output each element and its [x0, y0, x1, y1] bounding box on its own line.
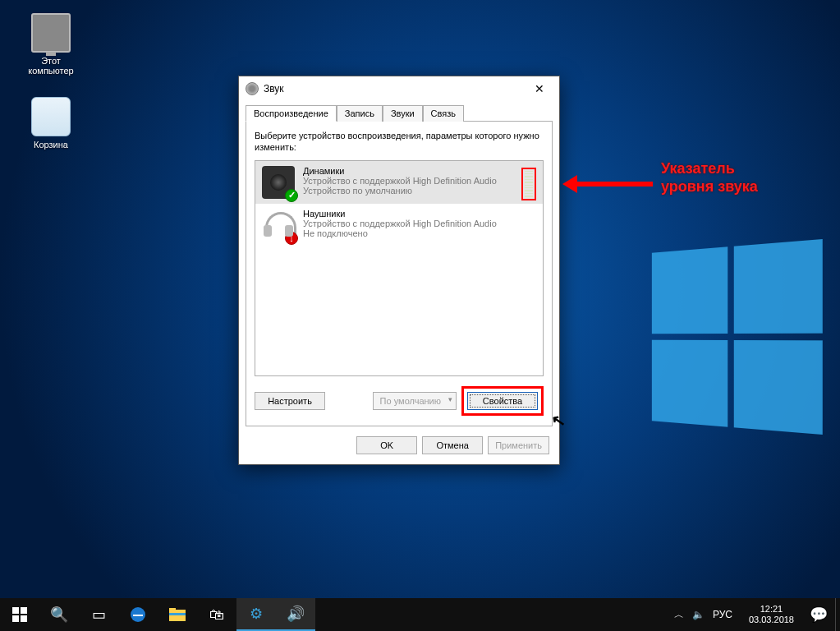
- device-action-row: Настроить По умолчанию Свойства: [255, 386, 544, 416]
- device-list[interactable]: ✓ Динамики Устройство с поддержкой High …: [255, 160, 544, 376]
- notification-icon: 💬: [810, 606, 828, 624]
- hint-text: Выберите устройство воспроизведения, пар…: [255, 130, 544, 154]
- taskbar-app-edge[interactable]: [118, 598, 158, 631]
- clock-time: 12:21: [749, 604, 794, 615]
- volume-level-meter: [521, 168, 536, 200]
- annotation-line: Указатель: [661, 160, 758, 178]
- start-button[interactable]: [0, 598, 39, 631]
- cancel-button[interactable]: Отмена: [422, 436, 483, 454]
- folder-icon: [169, 608, 186, 621]
- tab-record[interactable]: Запись: [337, 105, 383, 122]
- device-status: Устройство по умолчанию: [303, 186, 497, 196]
- properties-button[interactable]: Свойства: [467, 392, 538, 410]
- desktop-icon-recycle-bin[interactable]: Корзина: [20, 97, 82, 150]
- tray-overflow-button[interactable]: ︿: [674, 608, 684, 622]
- tab-sounds[interactable]: Звуки: [383, 105, 423, 122]
- svg-rect-6: [169, 608, 176, 611]
- annotation-arrow: [562, 175, 653, 193]
- task-view-button[interactable]: ▭: [79, 598, 118, 631]
- action-center-button[interactable]: 💬: [802, 598, 835, 631]
- search-icon: 🔍: [50, 606, 68, 624]
- sound-icon: [246, 82, 259, 95]
- configure-button[interactable]: Настроить: [255, 392, 325, 410]
- annotation-line: уровня звука: [661, 178, 758, 196]
- svg-rect-7: [169, 613, 186, 615]
- device-item-speakers[interactable]: ✓ Динамики Устройство с поддержкой High …: [255, 161, 543, 204]
- tab-strip: Воспроизведение Запись Звуки Связь: [239, 101, 559, 121]
- recycle-bin-icon: [31, 97, 71, 136]
- svg-rect-3: [21, 615, 27, 622]
- speaker-icon: ✓: [262, 166, 295, 199]
- highlight-properties: Свойства: [461, 386, 544, 416]
- desktop-icon-label: Этот компьютер: [20, 56, 82, 76]
- taskbar-clock[interactable]: 12:21 03.03.2018: [741, 601, 802, 628]
- desktop-icon-label: Корзина: [20, 140, 82, 150]
- system-tray: ︿ 🔈 РУС: [666, 608, 741, 622]
- check-icon: ✓: [285, 189, 298, 202]
- close-icon: ✕: [535, 82, 544, 95]
- annotation-text: Указатель уровня звука: [661, 160, 758, 196]
- taskbar-app-settings[interactable]: ⚙: [236, 598, 276, 631]
- taskbar: 🔍 ▭ 🛍 ⚙ 🔊 ︿ 🔈 РУС: [0, 598, 840, 631]
- device-item-headphones[interactable]: ↓ Наушники Устройство с поддержкой High …: [255, 204, 543, 246]
- ok-button[interactable]: OK: [356, 436, 417, 454]
- clock-date: 03.03.2018: [749, 615, 794, 625]
- tab-body: Выберите устройство воспроизведения, пар…: [246, 121, 553, 426]
- settings-icon: ⚙: [250, 605, 263, 623]
- windows-icon: [12, 607, 27, 622]
- search-button[interactable]: 🔍: [39, 598, 79, 631]
- tray-volume-icon[interactable]: 🔈: [692, 609, 705, 620]
- window-title: Звук: [264, 83, 284, 94]
- taskbar-app-sound[interactable]: 🔊: [276, 598, 315, 631]
- apply-button: Применить: [488, 436, 549, 454]
- device-desc: Устройство с поддержкой High Definition …: [303, 219, 497, 228]
- wallpaper-windows-logo: [652, 239, 823, 435]
- taskbar-app-store[interactable]: 🛍: [197, 598, 236, 631]
- tray-language[interactable]: РУС: [713, 609, 732, 620]
- device-desc: Устройство с поддержкой High Definition …: [303, 176, 497, 186]
- sound-panel-icon: 🔊: [287, 605, 305, 623]
- tab-comm[interactable]: Связь: [423, 105, 464, 122]
- device-name: Динамики: [303, 166, 497, 176]
- close-button[interactable]: ✕: [523, 77, 556, 100]
- set-default-button: По умолчанию: [373, 392, 457, 410]
- computer-icon: [31, 13, 71, 53]
- show-desktop-button[interactable]: [835, 598, 840, 631]
- arrow-down-icon: ↓: [285, 232, 298, 245]
- titlebar[interactable]: Звук ✕: [239, 76, 559, 101]
- device-name: Наушники: [303, 209, 497, 219]
- desktop-icon-this-pc[interactable]: Этот компьютер: [20, 13, 82, 76]
- svg-rect-1: [21, 607, 27, 614]
- device-status: Не подключено: [303, 228, 497, 238]
- sound-dialog: Звук ✕ Воспроизведение Запись Звуки Связ…: [238, 76, 560, 465]
- taskbar-app-explorer[interactable]: [158, 598, 197, 631]
- dialog-button-row: OK Отмена Применить: [239, 431, 559, 464]
- tab-playback[interactable]: Воспроизведение: [246, 105, 337, 122]
- task-view-icon: ▭: [92, 606, 106, 624]
- store-icon: 🛍: [209, 606, 224, 624]
- svg-rect-0: [12, 607, 19, 614]
- svg-rect-2: [12, 615, 19, 622]
- edge-icon: [130, 606, 146, 623]
- headphones-icon: ↓: [262, 209, 295, 242]
